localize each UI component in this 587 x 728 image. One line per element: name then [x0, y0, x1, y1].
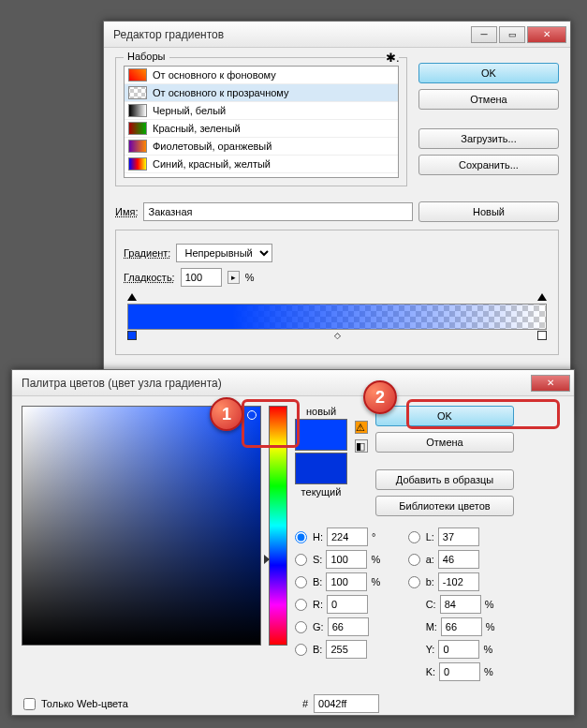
current-color-label: текущий: [301, 486, 342, 498]
y-input[interactable]: [438, 640, 479, 659]
preset-item[interactable]: Черный, белый: [125, 102, 398, 120]
preset-item[interactable]: Красный, зеленый: [125, 120, 398, 138]
hue-cursor[interactable]: [264, 555, 270, 564]
radio-bc[interactable]: [295, 644, 307, 656]
save-button[interactable]: Сохранить...: [418, 155, 559, 175]
preset-label: Черный, белый: [153, 105, 226, 116]
color-picker-titlebar[interactable]: Палитра цветов (цвет узла градиента): [12, 370, 574, 396]
preset-swatch: [128, 104, 147, 117]
gradient-editor-window: Редактор градиентов Наборы ✱. От основно…: [103, 21, 571, 414]
opacity-stop-right[interactable]: [537, 293, 547, 301]
midpoint-icon[interactable]: ◇: [334, 331, 341, 340]
new-button[interactable]: Новый: [418, 201, 559, 222]
preset-swatch: [128, 140, 147, 153]
preset-item[interactable]: От основного к прозрачному: [125, 84, 398, 102]
preset-swatch: [128, 122, 147, 135]
color-picker-title: Палитра цветов (цвет узла градиента): [16, 377, 531, 390]
new-color-swatch: [295, 419, 347, 451]
radio-g[interactable]: [295, 621, 307, 633]
r-input[interactable]: [327, 595, 368, 614]
smoothness-label: Гладкость:: [124, 272, 175, 283]
bv-input[interactable]: [326, 572, 367, 591]
gradient-type-select[interactable]: Непрерывный: [176, 244, 272, 262]
window-title: Редактор градиентов: [108, 28, 471, 41]
minimize-button[interactable]: [471, 26, 497, 43]
g-input[interactable]: [328, 617, 369, 636]
add-swatch-button[interactable]: Добавить в образцы: [375, 469, 514, 490]
c-input[interactable]: [440, 595, 481, 614]
radio-l[interactable]: [408, 531, 420, 543]
current-color-swatch: [295, 453, 347, 484]
web-only-label: Только Web-цвета: [41, 698, 128, 709]
callout-1: 1: [210, 397, 243, 431]
h-input[interactable]: [327, 527, 368, 546]
hex-label: #: [302, 698, 308, 709]
smoothness-unit: %: [245, 272, 255, 283]
gear-icon[interactable]: ✱.: [386, 51, 399, 64]
s-input[interactable]: [326, 550, 367, 569]
libraries-button[interactable]: Библиотеки цветов: [375, 496, 514, 516]
radio-lab-b[interactable]: [408, 576, 420, 588]
opacity-stop-left[interactable]: [127, 293, 137, 301]
new-color-label: новый: [306, 406, 336, 417]
radio-h[interactable]: [295, 531, 307, 543]
dropdown-icon[interactable]: ▸: [227, 271, 240, 284]
cancel-button[interactable]: Отмена: [418, 89, 559, 110]
warning-icon[interactable]: ⚠: [355, 421, 368, 434]
preset-label: Красный, зеленый: [153, 123, 241, 134]
preset-label: Синий, красный, желтый: [153, 158, 271, 170]
radio-s[interactable]: [295, 554, 307, 566]
name-label: Имя:: [115, 206, 138, 217]
preset-list[interactable]: От основного к фоновомуОт основного к пр…: [124, 66, 399, 178]
callout-box-2: [406, 399, 560, 429]
gradient-type-label: Градиент:: [124, 247, 170, 259]
gradient-settings: Градиент: Непрерывный Гладкость: ▸ % ◇: [115, 230, 559, 355]
color-stop-right[interactable]: [537, 331, 547, 340]
callout-2: 2: [363, 380, 397, 414]
preset-swatch: [128, 86, 147, 99]
ok-button[interactable]: OK: [418, 63, 559, 83]
hex-input[interactable]: [314, 694, 379, 713]
close-button[interactable]: [527, 26, 566, 43]
k-input[interactable]: [439, 662, 480, 681]
presets-label: Наборы: [124, 51, 169, 62]
preset-label: От основного к прозрачному: [153, 87, 289, 98]
cp-cancel-button[interactable]: Отмена: [375, 432, 514, 453]
web-only-checkbox[interactable]: [23, 698, 36, 710]
smoothness-input[interactable]: [181, 268, 222, 287]
color-field[interactable]: [22, 406, 261, 646]
a-input[interactable]: [438, 550, 479, 569]
radio-a[interactable]: [408, 554, 420, 566]
name-input[interactable]: [143, 202, 413, 221]
gradient-editor-titlebar[interactable]: Редактор градиентов: [104, 22, 570, 48]
maximize-button[interactable]: [499, 26, 525, 43]
preset-label: Фиолетовый, оранжевый: [153, 141, 271, 152]
preset-item[interactable]: От основного к фоновому: [125, 67, 398, 84]
l-input[interactable]: [438, 527, 479, 546]
close-button[interactable]: [531, 375, 570, 392]
preset-item[interactable]: Синий, красный, желтый: [125, 156, 398, 173]
presets-fieldset: Наборы ✱. От основного к фоновомуОт осно…: [115, 57, 407, 186]
preset-label: От основного к фоновому: [153, 69, 276, 81]
callout-box-1: [242, 399, 300, 448]
m-input[interactable]: [441, 617, 482, 636]
cube-icon[interactable]: ◧: [355, 439, 368, 453]
bc-input[interactable]: [326, 640, 367, 659]
radio-r[interactable]: [295, 599, 307, 611]
preset-swatch: [128, 157, 147, 171]
load-button[interactable]: Загрузить...: [418, 128, 559, 149]
color-stop-left[interactable]: [127, 331, 137, 340]
gradient-bar[interactable]: ◇: [127, 304, 547, 330]
radio-b[interactable]: [295, 576, 307, 588]
lab-b-input[interactable]: [438, 572, 479, 591]
preset-swatch: [128, 68, 147, 82]
preset-item[interactable]: Фиолетовый, оранжевый: [125, 138, 398, 156]
